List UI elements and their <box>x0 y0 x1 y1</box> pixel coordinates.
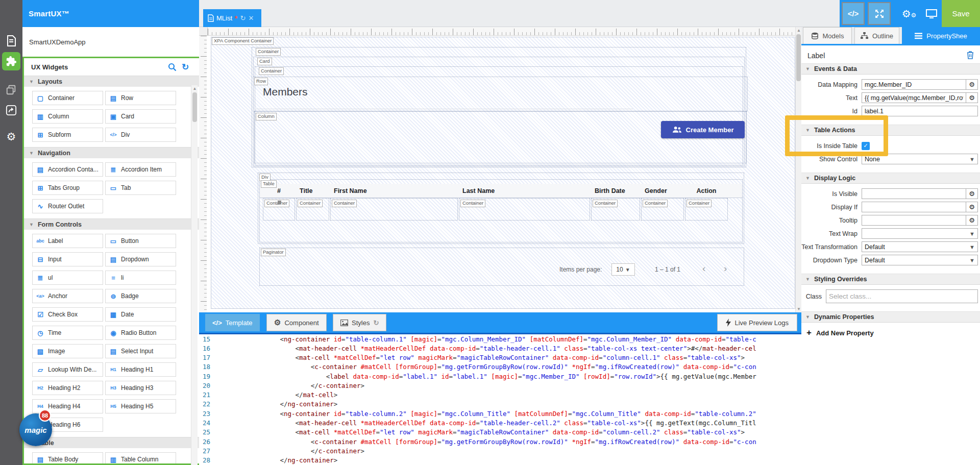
widget-image[interactable]: ▧Image <box>32 344 103 358</box>
chip-xpa-root[interactable]: XPA Component Container <box>212 37 274 45</box>
gear-button[interactable]: ⚙ <box>966 188 978 199</box>
category-layouts[interactable]: ▼Layouts <box>24 76 199 87</box>
page-size-select[interactable]: 10 ▼ <box>611 263 635 276</box>
table-cell-3[interactable]: Container <box>330 198 458 221</box>
table-cell-6[interactable]: Container <box>641 198 684 221</box>
widget-router-outlet[interactable]: ∿Router Outlet <box>32 199 103 213</box>
widget-button[interactable]: ▭Button <box>105 234 176 248</box>
widget-label[interactable]: abcLabel <box>32 234 103 248</box>
gear-button[interactable]: ⚙ <box>966 79 978 90</box>
scrollbar-thumb[interactable] <box>796 34 801 81</box>
widget-time[interactable]: ◷Time <box>32 326 103 340</box>
table-header-gender[interactable]: Gender <box>645 187 667 194</box>
input-data-mapping[interactable] <box>862 79 966 90</box>
widget-select-input[interactable]: ▤Select Input <box>105 344 176 358</box>
code-editor[interactable]: 15 <ng-container id="table-column.1" [ma… <box>199 334 801 465</box>
widget-heading-h3[interactable]: H3Heading H3 <box>105 381 176 395</box>
code-line[interactable]: 19 <label data-comp-id="label.1" id="lab… <box>199 372 801 381</box>
code-line[interactable]: 20 </c-container> <box>199 381 801 390</box>
preview-button[interactable] <box>920 0 943 27</box>
add-new-property-button[interactable]: +Add New Property <box>801 323 980 338</box>
table-header-num[interactable]: # <box>262 187 296 194</box>
chip-table[interactable]: Table <box>261 180 277 188</box>
input-is-visible[interactable] <box>862 188 966 199</box>
code-line[interactable]: 23 <ng-container id="table-column.2" [ma… <box>199 409 801 418</box>
rail-gear-button[interactable]: ⚙ <box>2 128 20 146</box>
chip-row[interactable]: Row <box>254 78 268 85</box>
widget-anchor[interactable]: <a>Anchor <box>32 289 103 303</box>
widget-check-box[interactable]: ☑Check Box <box>32 307 103 322</box>
chip-cell-container[interactable]: Container <box>264 200 289 207</box>
search-icon[interactable] <box>165 63 179 71</box>
code-line[interactable]: 16 <mat-header-cell *matHeaderCellDef da… <box>199 344 801 353</box>
widget-table-column[interactable]: ▥Table Column <box>105 452 176 465</box>
refresh-icon[interactable]: ↻ <box>373 319 379 327</box>
panel-tab-propertyshee[interactable]: PropertyShee <box>902 27 980 44</box>
table-header-last-name[interactable]: Last Name <box>462 187 495 194</box>
refresh-icon[interactable]: ↻ <box>240 14 246 22</box>
section-dynamic-properties[interactable]: ▼Dynamic Properties <box>801 311 980 323</box>
widget-ul[interactable]: ≣ul <box>32 271 103 285</box>
table-cell-4[interactable]: Container <box>459 198 590 221</box>
design-canvas[interactable]: XPA Component ContainerContainerCardCont… <box>207 36 795 312</box>
code-line[interactable]: 27 </c-container> <box>199 446 801 455</box>
create-member-button[interactable]: Create Member <box>661 121 745 138</box>
code-line[interactable]: 15 <ng-container id="table-column.1" [ma… <box>199 334 801 344</box>
table-header-title[interactable]: Title <box>300 187 312 194</box>
select-dropdown-type[interactable]: Default▼ <box>862 255 978 265</box>
scroll-up-icon[interactable]: ▲ <box>191 86 198 91</box>
table-cell-7[interactable]: Container <box>685 198 728 221</box>
widget-row[interactable]: ▤Row <box>105 91 176 105</box>
table-header-birth-date[interactable]: Birth Date <box>595 187 625 194</box>
code-line[interactable]: 21 </mat-cell> <box>199 390 801 400</box>
table-cell-1[interactable]: Container <box>263 198 295 221</box>
code-line[interactable]: 25 <mat-cell *matCellDef="let row" magic… <box>199 428 801 437</box>
widget-tabs-group[interactable]: ⊞Tabs Group <box>32 181 103 195</box>
delete-widget-button[interactable] <box>967 51 974 61</box>
widget-li[interactable]: ≡li <box>105 271 176 285</box>
app-name-row[interactable]: SmartUXDemoApp <box>22 27 199 57</box>
select-text-transformation[interactable]: Default▼ <box>862 241 978 252</box>
live-preview-logs-button[interactable]: Live Preview Logs <box>717 314 798 331</box>
code-line[interactable]: 17 <mat-cell *matCellDef="let row" magic… <box>199 353 801 362</box>
widget-badge[interactable]: ⊚Badge <box>105 289 176 303</box>
widget-tab[interactable]: ▭Tab <box>105 181 176 195</box>
settings-button[interactable]: ⚙⚙ <box>898 0 920 27</box>
widget-container[interactable]: ▢Container <box>32 91 103 105</box>
box-row[interactable] <box>253 77 748 111</box>
previous-page-icon[interactable]: ‹ <box>702 263 705 274</box>
table-cell-5[interactable]: Container <box>591 198 640 221</box>
category-form-controls[interactable]: ▼Form Controls <box>24 218 199 230</box>
chip-cell-container[interactable]: Container <box>687 200 712 207</box>
input-display-if[interactable] <box>862 202 966 212</box>
chip-cell-container[interactable]: Container <box>298 200 323 207</box>
editor-tab-template[interactable]: </>Template <box>205 314 260 331</box>
code-line[interactable]: 24 <mat-header-cell *matHeaderCellDef da… <box>199 418 801 427</box>
select-show-control[interactable]: None▼ <box>862 154 978 164</box>
widget-dropdown[interactable]: ▤Dropdown <box>105 252 176 266</box>
chip-card[interactable]: Card <box>257 58 272 65</box>
code-line[interactable]: 26 <c-container #matCell [formGroup]="mg… <box>199 437 801 446</box>
gear-button[interactable]: ⚙ <box>966 92 978 103</box>
scroll-up-icon[interactable]: ▲ <box>796 28 802 33</box>
input-id[interactable] <box>862 106 978 116</box>
gear-button[interactable]: ⚙ <box>966 215 978 226</box>
widget-date[interactable]: ▦Date <box>105 307 176 322</box>
widget-column[interactable]: ▥Column <box>32 109 103 124</box>
rail-copy-button[interactable] <box>2 81 20 99</box>
table-header-first-name[interactable]: First Name <box>334 187 367 194</box>
widget-div[interactable]: </>Div <box>105 128 176 142</box>
tab-mlist[interactable]: MList * ↻ ✕ <box>203 9 261 27</box>
refresh-widgets-icon[interactable]: ↻ <box>179 62 192 72</box>
widget-card[interactable]: ▣Card <box>105 109 176 124</box>
editor-tab-styles[interactable]: Styles↻ <box>333 314 386 331</box>
chip-paginator[interactable]: Paginator <box>261 249 286 256</box>
chip-container2[interactable]: Container <box>259 67 284 75</box>
code-view-button[interactable]: </> <box>842 2 865 25</box>
widget-radio-button[interactable]: ◉Radio Button <box>105 326 176 340</box>
input-tooltip[interactable] <box>862 215 966 226</box>
widget-accordion-item[interactable]: ≣Accordion Item <box>105 162 176 177</box>
table-header-action[interactable]: Action <box>684 187 728 194</box>
scrollbar-thumb[interactable] <box>192 92 197 122</box>
widget-input[interactable]: ⊟Input <box>32 252 103 266</box>
